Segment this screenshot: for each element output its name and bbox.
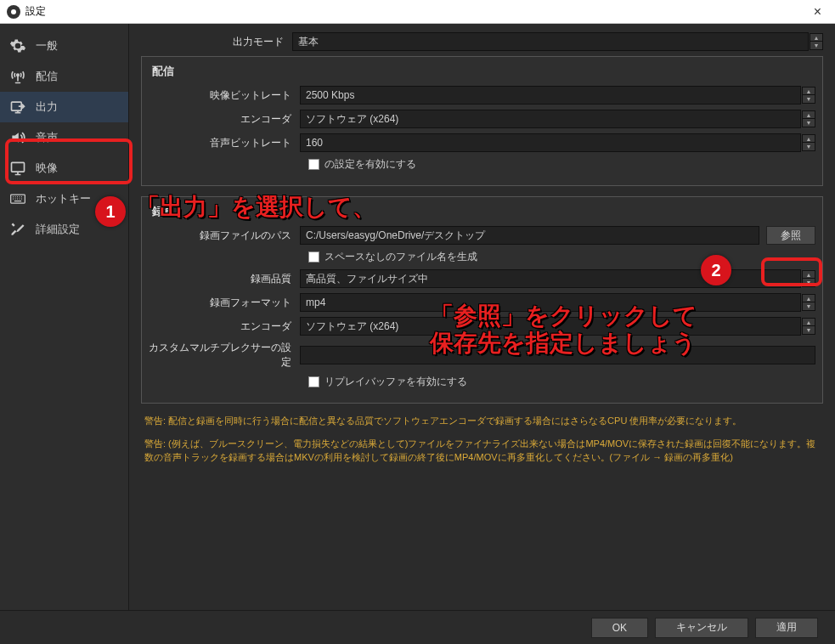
sidebar-item-label: 配信: [36, 69, 58, 84]
svg-rect-2: [12, 162, 25, 172]
sidebar-item-stream[interactable]: 配信: [0, 61, 128, 92]
window-title: 設定: [25, 4, 46, 19]
browse-button[interactable]: 参照: [766, 226, 815, 245]
output-icon: [8, 98, 27, 116]
record-format-select[interactable]: mp4: [300, 293, 801, 312]
no-space-checkbox[interactable]: [308, 251, 319, 263]
audio-bitrate-spinner[interactable]: ▲▼: [802, 134, 815, 151]
ok-button[interactable]: OK: [591, 618, 648, 638]
muxer-label: カスタムマルチプレクサーの設定: [149, 341, 300, 370]
replay-buffer-checkbox[interactable]: [308, 376, 319, 387]
sidebar-item-output[interactable]: 出力: [0, 92, 128, 122]
tools-icon: [8, 220, 27, 239]
record-panel: 録画 録画ファイルのパス C:/Users/easyg/OneDrive/デスク…: [141, 196, 823, 404]
record-quality-label: 録画品質: [149, 272, 300, 286]
record-encoder-select[interactable]: ソフトウェア (x264): [300, 317, 801, 336]
warning-text-2: 警告: (例えば、ブルースクリーン、電力損失などの結果として)ファイルをファイナ…: [141, 437, 823, 465]
video-bitrate-label: 映像ビットレート: [149, 88, 300, 103]
footer: OK キャンセル 適用: [0, 610, 835, 644]
audio-bitrate-select[interactable]: 160: [300, 133, 801, 152]
record-quality-select[interactable]: 高品質、ファイルサイズ中: [300, 269, 801, 288]
sidebar-item-label: 出力: [36, 99, 58, 115]
sidebar: 一般 配信 出力 音声 映像 ホットキー 詳細設定: [0, 24, 129, 610]
sidebar-item-audio[interactable]: 音声: [0, 122, 128, 153]
broadcast-icon: [8, 67, 27, 86]
sidebar-item-label: 映像: [36, 161, 58, 176]
sidebar-item-advanced[interactable]: 詳細設定: [0, 214, 128, 245]
close-button[interactable]: ×: [807, 4, 828, 20]
output-mode-spinner[interactable]: ▲▼: [810, 33, 823, 50]
sidebar-item-hotkeys[interactable]: ホットキー: [0, 184, 128, 214]
stream-encoder-label: エンコーダ: [149, 112, 300, 127]
record-format-label: 録画フォーマット: [149, 296, 300, 310]
sidebar-item-label: ホットキー: [36, 191, 91, 206]
audio-bitrate-label: 音声ビットレート: [149, 136, 300, 150]
advanced-encoder-checkbox[interactable]: [308, 159, 319, 170]
sidebar-item-video[interactable]: 映像: [0, 153, 128, 184]
record-path-input[interactable]: C:/Users/easyg/OneDrive/デスクトップ: [300, 226, 759, 245]
sidebar-item-label: 音声: [36, 130, 58, 145]
output-mode-select[interactable]: 基本: [292, 32, 809, 51]
record-encoder-spinner[interactable]: ▲▼: [802, 318, 815, 335]
record-path-label: 録画ファイルのパス: [149, 229, 300, 243]
content-area: 出力モード 基本 ▲▼ 配信 映像ビットレート 2500 Kbps ▲▼ エンコ…: [129, 24, 835, 610]
record-panel-title: 録画: [149, 204, 815, 219]
no-space-checkbox-label: スペースなしのファイル名を生成: [324, 250, 477, 264]
stream-encoder-spinner[interactable]: ▲▼: [802, 110, 815, 127]
record-format-spinner[interactable]: ▲▼: [802, 294, 815, 311]
sidebar-item-label: 一般: [36, 38, 58, 54]
output-mode-label: 出力モード: [141, 35, 292, 49]
advanced-encoder-checkbox-label: の設定を有効にする: [324, 157, 416, 172]
sidebar-item-general[interactable]: 一般: [0, 31, 128, 61]
record-quality-spinner[interactable]: ▲▼: [802, 270, 815, 287]
monitor-icon: [8, 159, 27, 178]
sidebar-item-label: 詳細設定: [36, 222, 80, 237]
stream-encoder-select[interactable]: ソフトウェア (x264): [300, 110, 801, 128]
speaker-icon: [8, 128, 27, 147]
warning-text-1: 警告: 配信と録画を同時に行う場合に配信と異なる品質でソフトウェアエンコーダで録…: [141, 414, 823, 428]
video-bitrate-input[interactable]: 2500 Kbps: [300, 86, 801, 105]
stream-panel-title: 配信: [149, 64, 815, 79]
record-encoder-label: エンコーダ: [149, 319, 300, 334]
keyboard-icon: [8, 189, 27, 208]
gear-icon: [8, 37, 27, 55]
apply-button[interactable]: 適用: [755, 618, 818, 638]
titlebar: 設定 ×: [0, 0, 835, 24]
stream-panel: 配信 映像ビットレート 2500 Kbps ▲▼ エンコーダ ソフトウェア (x…: [141, 56, 823, 186]
cancel-button[interactable]: キャンセル: [655, 618, 748, 638]
replay-buffer-checkbox-label: リプレイバッファを有効にする: [324, 375, 467, 389]
muxer-input[interactable]: [300, 346, 815, 364]
app-icon: [7, 5, 20, 19]
video-bitrate-spinner[interactable]: ▲▼: [802, 87, 815, 104]
